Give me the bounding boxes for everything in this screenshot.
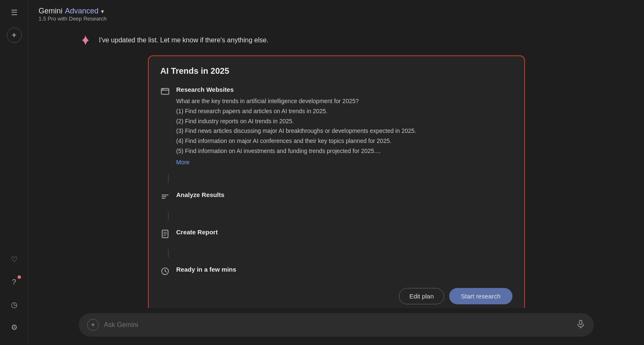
heart-icon: ♡ <box>11 255 18 264</box>
history-button[interactable]: ◷ <box>7 297 22 312</box>
research-card-title: AI Trends in 2025 <box>160 66 512 76</box>
attach-button[interactable]: + <box>87 319 99 331</box>
websites-content: Research Websites What are the key trend… <box>176 86 512 166</box>
browser-icon <box>160 87 170 166</box>
help-icon: ? <box>12 278 16 287</box>
main-content: Gemini Advanced ▾ 1.5 Pro with Deep Rese… <box>28 0 644 345</box>
header: Gemini Advanced ▾ 1.5 Pro with Deep Rese… <box>28 0 644 25</box>
websites-body: What are the key trends in artificial in… <box>176 96 512 156</box>
start-research-button[interactable]: Start research <box>449 288 512 304</box>
section-divider-2 <box>168 212 512 220</box>
favorites-button[interactable]: ♡ <box>7 252 22 267</box>
title-line1: Gemini Advanced ▾ <box>39 7 107 16</box>
input-area: + <box>28 308 644 345</box>
gemini-label: Gemini <box>39 7 62 16</box>
help-button[interactable]: ? <box>7 275 22 290</box>
sidebar-bottom: ♡ ? ◷ ⚙ <box>7 252 22 340</box>
history-icon: ◷ <box>11 300 18 309</box>
research-websites-section: Research Websites What are the key trend… <box>160 86 512 166</box>
research-plan-card: AI Trends in 2025 Research Websites What… <box>148 55 525 308</box>
svg-line-12 <box>165 271 166 272</box>
clock-icon <box>160 267 170 278</box>
input-box: + <box>79 313 594 337</box>
section-divider-1 <box>168 174 512 183</box>
sidebar-top: ☰ + <box>7 5 22 252</box>
advanced-label: Advanced <box>65 7 98 16</box>
websites-title: Research Websites <box>176 86 512 93</box>
subtitle: 1.5 Pro with Deep Research <box>39 16 107 22</box>
microphone-icon[interactable] <box>576 319 585 331</box>
gemini-avatar-icon <box>79 34 92 47</box>
settings-icon: ⚙ <box>11 323 18 332</box>
report-icon <box>160 229 170 241</box>
ready-content: Ready in a few mins <box>176 266 512 278</box>
create-report-section: Create Report <box>160 228 512 241</box>
more-link[interactable]: More <box>176 159 190 166</box>
chat-area: I've updated the list. Let me know if th… <box>28 25 644 308</box>
report-title: Create Report <box>176 228 512 236</box>
chevron-down-icon[interactable]: ▾ <box>101 8 104 15</box>
ready-title: Ready in a few mins <box>176 266 512 273</box>
card-footer: Edit plan Start research <box>160 288 512 304</box>
analyze-title: Analyze Results <box>176 191 512 198</box>
new-chat-button[interactable]: + <box>7 28 22 43</box>
edit-plan-button[interactable]: Edit plan <box>399 288 444 304</box>
ready-section: Ready in a few mins <box>160 266 512 278</box>
plus-icon: + <box>91 321 95 329</box>
settings-button[interactable]: ⚙ <box>7 320 22 335</box>
analyze-content: Analyze Results <box>176 191 512 203</box>
app-title: Gemini Advanced ▾ 1.5 Pro with Deep Rese… <box>39 7 107 22</box>
menu-button[interactable]: ☰ <box>7 5 22 20</box>
report-content: Create Report <box>176 228 512 241</box>
new-chat-icon: + <box>12 31 17 40</box>
message-body: I've updated the list. Let me know if th… <box>99 34 269 45</box>
svg-rect-13 <box>579 320 582 324</box>
sidebar: ☰ + ♡ ? ◷ ⚙ <box>0 0 28 345</box>
menu-icon: ☰ <box>11 8 18 17</box>
section-divider-3 <box>168 249 512 257</box>
chat-input[interactable] <box>104 321 571 329</box>
analyze-results-section: Analyze Results <box>160 191 512 203</box>
help-badge <box>18 275 21 279</box>
gemini-message: I've updated the list. Let me know if th… <box>79 34 594 47</box>
svg-rect-0 <box>161 88 169 94</box>
analyze-icon <box>160 192 170 203</box>
